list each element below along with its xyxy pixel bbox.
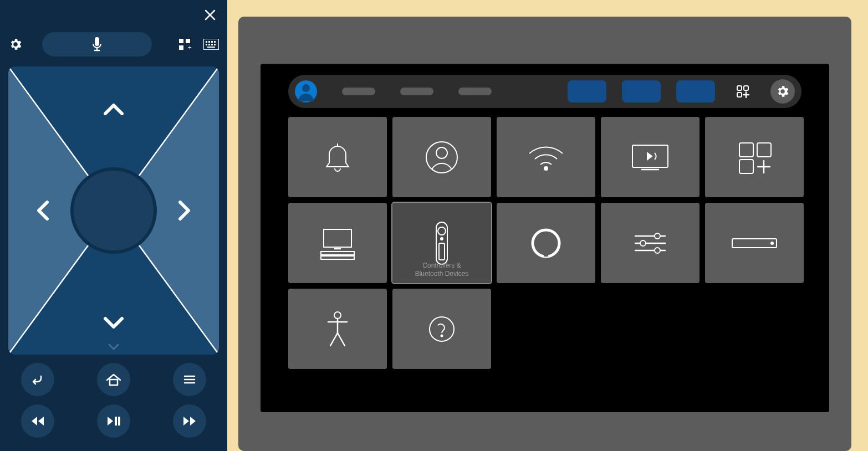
- svg-line-70: [338, 333, 345, 346]
- svg-rect-12: [211, 41, 213, 43]
- svg-rect-52: [321, 256, 354, 259]
- equipment-tile[interactable]: [288, 203, 387, 283]
- svg-rect-14: [206, 44, 207, 45]
- svg-marker-31: [183, 417, 189, 426]
- svg-rect-44: [739, 143, 753, 157]
- home-button[interactable]: [97, 363, 130, 396]
- svg-rect-10: [206, 41, 207, 43]
- svg-point-72: [441, 335, 443, 336]
- svg-rect-2: [95, 37, 99, 46]
- svg-point-66: [334, 312, 341, 319]
- preferences-tile[interactable]: [601, 203, 699, 283]
- svg-rect-45: [757, 143, 771, 157]
- nav-pill[interactable]: [400, 88, 433, 95]
- settings-grid: Controllers & Bluetooth Devices: [288, 117, 804, 369]
- svg-rect-51: [321, 252, 354, 255]
- alexa-tile[interactable]: [497, 203, 595, 283]
- svg-point-41: [544, 167, 548, 170]
- profile-icon[interactable]: [295, 80, 317, 102]
- svg-rect-29: [115, 417, 117, 426]
- svg-point-71: [430, 317, 454, 341]
- fast-forward-button[interactable]: [173, 404, 206, 438]
- account-tile[interactable]: [392, 117, 491, 197]
- svg-rect-13: [214, 41, 216, 43]
- svg-text:+: +: [188, 44, 191, 51]
- back-button[interactable]: [21, 363, 54, 396]
- nav-app-button[interactable]: [622, 80, 661, 102]
- nav-app-button[interactable]: [568, 80, 606, 102]
- svg-rect-22: [110, 380, 118, 385]
- help-tile[interactable]: [392, 289, 491, 369]
- accessibility-tile[interactable]: [288, 289, 387, 369]
- tv-settings-button[interactable]: [770, 79, 795, 104]
- tv-content: Controllers & Bluetooth Devices: [261, 64, 829, 412]
- my-fire-tv-tile[interactable]: [705, 203, 804, 283]
- svg-point-63: [655, 248, 660, 253]
- notifications-tile[interactable]: [288, 117, 387, 197]
- svg-marker-26: [32, 417, 37, 426]
- controllers-tile[interactable]: Controllers & Bluetooth Devices: [392, 203, 491, 283]
- svg-rect-7: [179, 45, 183, 50]
- svg-point-33: [302, 84, 310, 92]
- keyboard-button[interactable]: [201, 34, 222, 55]
- close-remote-button[interactable]: [200, 4, 221, 25]
- svg-point-54: [438, 227, 446, 235]
- svg-marker-32: [190, 417, 196, 426]
- svg-rect-30: [118, 417, 120, 426]
- applications-tile[interactable]: [705, 117, 804, 197]
- display-sound-tile[interactable]: [601, 117, 699, 197]
- svg-rect-36: [737, 93, 742, 97]
- svg-line-69: [330, 333, 338, 346]
- remote-apps-button[interactable]: +: [174, 34, 195, 55]
- menu-button[interactable]: [173, 363, 206, 396]
- nav-pill[interactable]: [342, 88, 375, 95]
- remote-settings-button[interactable]: [6, 34, 25, 54]
- network-tile[interactable]: [497, 117, 595, 197]
- tv-top-nav: [288, 75, 801, 108]
- tile-label: Controllers & Bluetooth Devices: [392, 262, 491, 278]
- svg-rect-49: [324, 229, 351, 247]
- voice-button[interactable]: [42, 32, 152, 57]
- svg-rect-35: [744, 86, 748, 90]
- svg-marker-27: [38, 417, 44, 426]
- svg-rect-6: [186, 39, 190, 43]
- svg-rect-56: [439, 243, 445, 260]
- apps-grid-button[interactable]: [731, 79, 755, 104]
- svg-rect-18: [207, 47, 215, 48]
- nav-pill[interactable]: [458, 88, 492, 95]
- svg-point-39: [426, 142, 457, 173]
- svg-point-61: [640, 240, 646, 246]
- svg-point-65: [771, 242, 773, 244]
- dpad: [8, 66, 219, 355]
- svg-rect-15: [208, 44, 210, 45]
- svg-rect-17: [214, 44, 216, 45]
- svg-rect-11: [208, 41, 210, 43]
- svg-point-40: [436, 147, 447, 158]
- svg-rect-34: [737, 86, 742, 90]
- dpad-select[interactable]: [72, 169, 155, 252]
- svg-marker-28: [108, 417, 113, 426]
- remote-panel: +: [0, 0, 227, 451]
- svg-rect-16: [211, 44, 213, 45]
- svg-point-55: [441, 238, 443, 240]
- play-pause-button[interactable]: [97, 404, 130, 438]
- svg-rect-5: [179, 39, 183, 43]
- svg-rect-64: [732, 239, 777, 248]
- tv-screen: Controllers & Bluetooth Devices: [238, 17, 851, 451]
- svg-point-59: [655, 233, 660, 239]
- svg-rect-46: [739, 160, 753, 173]
- nav-app-button[interactable]: [676, 80, 715, 102]
- rewind-button[interactable]: [21, 404, 54, 438]
